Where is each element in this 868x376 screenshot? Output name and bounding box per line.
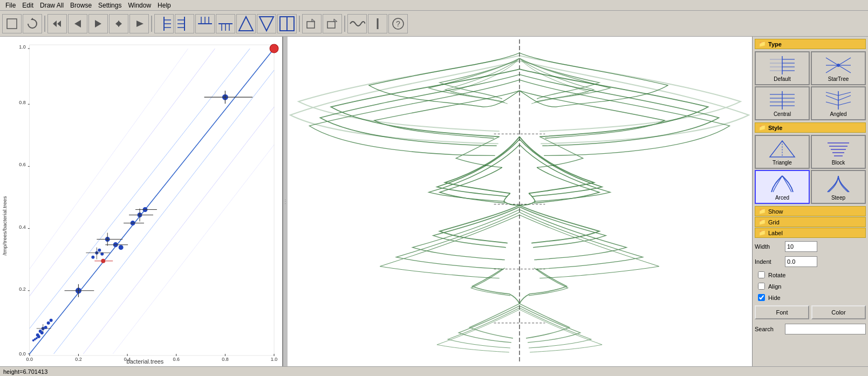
status-text: height=6.701413 [3, 368, 47, 375]
style-steep-btn[interactable]: Steep [811, 170, 866, 204]
toolbar-tree-style3-btn[interactable] [195, 14, 215, 33]
toolbar-export1-btn[interactable] [302, 14, 322, 33]
toolbar-tree-style5-btn[interactable] [236, 14, 256, 33]
scatter-plot-svg: /tmp/trees/bacterial.trees bacterial.tre… [0, 37, 282, 366]
menu-edit[interactable]: Edit [19, 2, 37, 9]
toolbar-tree-style4-btn[interactable] [216, 14, 235, 33]
toolbar-play-btn[interactable] [88, 14, 108, 33]
svg-marker-4 [74, 20, 81, 28]
width-label: Width [755, 243, 782, 250]
align-checkbox[interactable] [758, 283, 765, 290]
style-triangle-btn[interactable]: Triangle [755, 135, 810, 169]
toolbar-new-btn[interactable] [2, 14, 22, 33]
width-row: Width [755, 240, 866, 253]
svg-marker-7 [115, 20, 119, 27]
toolbar-skip-btn[interactable] [129, 14, 149, 33]
hide-checkbox[interactable] [758, 294, 765, 301]
svg-marker-30 [312, 19, 315, 22]
toolbar: ? [0, 11, 868, 37]
svg-marker-3 [57, 20, 61, 27]
svg-point-108 [98, 249, 101, 252]
toolbar-prev-btn[interactable] [68, 14, 87, 33]
svg-marker-32 [334, 19, 337, 22]
rotate-row: Rotate [755, 270, 866, 279]
svg-marker-1 [31, 18, 34, 20]
svg-line-146 [826, 102, 838, 105]
tree-svg [288, 37, 752, 366]
width-input[interactable] [785, 241, 817, 252]
svg-point-71 [270, 44, 278, 53]
font-button[interactable]: Font [755, 305, 809, 319]
svg-point-102 [36, 337, 38, 339]
menu-draw-all[interactable]: Draw All [37, 2, 67, 9]
svg-line-148 [838, 95, 851, 100]
hide-label: Hide [768, 295, 781, 301]
menubar: File Edit Draw All Browse Settings Windo… [0, 0, 868, 11]
toolbar-wave-btn[interactable] [347, 14, 367, 33]
menu-settings[interactable]: Settings [95, 2, 125, 9]
style-arced-btn[interactable]: Arced [755, 170, 810, 204]
menu-browse[interactable]: Browse [67, 2, 95, 9]
toolbar-tree-style1-btn[interactable] [154, 14, 174, 33]
indent-row: Indent [755, 255, 866, 268]
menu-window[interactable]: Window [125, 2, 154, 9]
rotate-checkbox[interactable] [758, 271, 765, 278]
type-startree-btn[interactable]: StarTree [811, 51, 866, 85]
search-label: Search [755, 326, 782, 332]
show-grid-section: 📁 Show 📁 Grid 📁 Label [755, 206, 866, 238]
label-item[interactable]: 📁 Label [755, 228, 866, 238]
svg-marker-2 [53, 20, 57, 27]
svg-line-145 [826, 95, 838, 100]
align-row: Align [755, 282, 866, 291]
toolbar-refresh-btn[interactable] [23, 14, 42, 33]
rotate-label: Rotate [768, 272, 785, 278]
toolbar-export2-btn[interactable] [323, 14, 342, 33]
statusbar: height=6.701413 [0, 366, 868, 376]
svg-rect-0 [7, 19, 17, 29]
svg-text:0.6: 0.6 [19, 162, 25, 167]
show-label: Show [768, 208, 783, 215]
color-button[interactable]: Color [811, 305, 866, 319]
scatter-plot-panel: /tmp/trees/bacterial.trees bacterial.tre… [0, 37, 283, 366]
menu-file[interactable]: File [2, 2, 19, 9]
search-input[interactable] [785, 324, 866, 334]
folder-icon-grid: 📁 [758, 218, 766, 225]
show-item[interactable]: 📁 Show [755, 206, 866, 216]
type-section-header[interactable]: 📁 Type [755, 39, 866, 49]
svg-marker-26 [259, 17, 274, 31]
type-central-btn[interactable]: Central [755, 86, 810, 120]
style-section-label: Style [768, 125, 782, 131]
toolbar-next-btn[interactable] [109, 14, 128, 33]
toolbar-help-btn[interactable]: ? [388, 14, 408, 33]
style-arced-label: Arced [775, 195, 789, 201]
grid-item[interactable]: 📁 Grid [755, 217, 866, 227]
align-label: Align [768, 283, 781, 290]
toolbar-tree-style6-btn[interactable] [257, 14, 276, 33]
type-default-btn[interactable]: Default [755, 51, 810, 85]
menu-help[interactable]: Help [154, 2, 174, 9]
svg-point-100 [40, 331, 44, 334]
toolbar-tree-style2-btn[interactable] [175, 14, 194, 33]
svg-marker-5 [95, 20, 101, 28]
type-central-label: Central [774, 111, 791, 117]
font-color-row: Font Color [755, 304, 866, 320]
toolbar-line-btn[interactable] [368, 14, 387, 33]
toolbar-tree-style7-btn[interactable] [277, 14, 297, 33]
svg-text:0.0: 0.0 [19, 351, 25, 357]
toolbar-prev-prev-btn[interactable] [47, 14, 67, 33]
indent-label: Indent [755, 258, 782, 265]
folder-icon-show: 📁 [758, 208, 766, 215]
style-section-header[interactable]: 📁 Style [755, 122, 866, 133]
svg-point-133 [837, 64, 840, 67]
type-default-label: Default [774, 76, 791, 82]
style-block-btn[interactable]: Block [811, 135, 866, 169]
left-divider[interactable]: ⋮ [283, 37, 288, 366]
type-angled-btn[interactable]: Angled [811, 86, 866, 120]
right-panel: 📁 Type Default [752, 37, 868, 366]
svg-text:0.4: 0.4 [19, 224, 25, 230]
folder-icon-label: 📁 [758, 229, 766, 236]
style-buttons-grid: Triangle Block [755, 135, 866, 204]
indent-input[interactable] [785, 256, 817, 267]
toolbar-sep3 [299, 16, 300, 32]
svg-point-99 [37, 335, 40, 338]
